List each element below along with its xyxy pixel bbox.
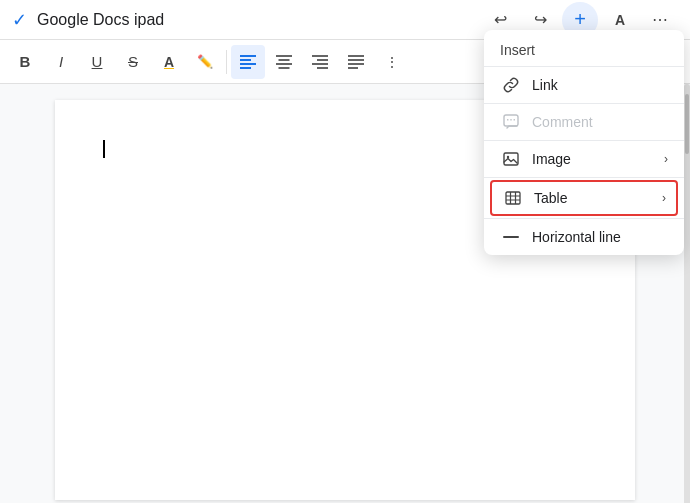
scroll-thumb[interactable] xyxy=(685,94,689,154)
highlight-icon: ✏️ xyxy=(197,54,213,69)
list-icon xyxy=(348,55,364,69)
table-icon xyxy=(502,190,524,206)
svg-rect-9 xyxy=(317,59,328,61)
text-cursor xyxy=(103,140,105,158)
dropdown-header: Insert xyxy=(484,30,684,67)
svg-rect-12 xyxy=(348,55,364,57)
svg-rect-1 xyxy=(240,59,251,61)
comment-icon xyxy=(500,114,522,130)
svg-rect-20 xyxy=(504,153,518,165)
table-chevron-icon: › xyxy=(662,191,666,205)
align-right-button[interactable] xyxy=(303,45,337,79)
svg-rect-6 xyxy=(276,63,292,65)
more-formatting-button[interactable]: ⋮ xyxy=(375,45,409,79)
insert-horizontal-line-label: Horizontal line xyxy=(532,229,668,245)
align-left-icon xyxy=(240,55,256,69)
insert-image-label: Image xyxy=(532,151,664,167)
svg-rect-22 xyxy=(506,192,520,204)
insert-dropdown: Insert Link Comment xyxy=(484,30,684,255)
svg-rect-4 xyxy=(276,55,292,57)
svg-rect-18 xyxy=(510,119,512,121)
text-color-button[interactable]: A xyxy=(152,45,186,79)
align-center-button[interactable] xyxy=(267,45,301,79)
align-right-icon xyxy=(312,55,328,69)
svg-rect-3 xyxy=(240,67,251,69)
check-icon[interactable]: ✓ xyxy=(12,9,27,31)
strikethrough-button[interactable]: S xyxy=(116,45,150,79)
highlight-button[interactable]: ✏️ xyxy=(188,45,222,79)
svg-rect-17 xyxy=(507,119,509,121)
svg-rect-19 xyxy=(514,119,516,121)
list-button[interactable] xyxy=(339,45,373,79)
svg-rect-15 xyxy=(348,67,358,69)
italic-button[interactable]: I xyxy=(44,45,78,79)
text-color-label: A xyxy=(164,54,174,70)
align-center-icon xyxy=(276,55,292,69)
svg-rect-0 xyxy=(240,55,256,57)
svg-rect-13 xyxy=(348,59,364,61)
underline-button[interactable]: U xyxy=(80,45,114,79)
align-left-button[interactable] xyxy=(231,45,265,79)
svg-rect-7 xyxy=(279,67,290,69)
bold-button[interactable]: B xyxy=(8,45,42,79)
insert-comment-label: Comment xyxy=(532,114,668,130)
svg-rect-11 xyxy=(317,67,328,69)
svg-rect-14 xyxy=(348,63,364,65)
horizontal-line-icon xyxy=(500,233,522,241)
insert-table-label: Table xyxy=(534,190,662,206)
insert-link-label: Link xyxy=(532,77,668,93)
scrollbar[interactable] xyxy=(684,84,690,503)
svg-point-21 xyxy=(507,156,509,158)
svg-rect-10 xyxy=(312,63,328,65)
image-icon xyxy=(500,151,522,167)
svg-rect-5 xyxy=(279,59,290,61)
insert-horizontal-line-item[interactable]: Horizontal line xyxy=(484,219,684,255)
insert-table-item[interactable]: Table › xyxy=(490,180,678,216)
link-icon xyxy=(500,77,522,93)
svg-rect-8 xyxy=(312,55,328,57)
doc-title: Google Docs ipad xyxy=(37,11,482,29)
insert-image-item[interactable]: Image › xyxy=(484,141,684,177)
svg-rect-2 xyxy=(240,63,256,65)
image-chevron-icon: › xyxy=(664,152,668,166)
insert-link-item[interactable]: Link xyxy=(484,67,684,103)
insert-comment-item: Comment xyxy=(484,104,684,140)
dropdown-divider-3 xyxy=(484,177,684,178)
toolbar-divider-1 xyxy=(226,50,227,74)
